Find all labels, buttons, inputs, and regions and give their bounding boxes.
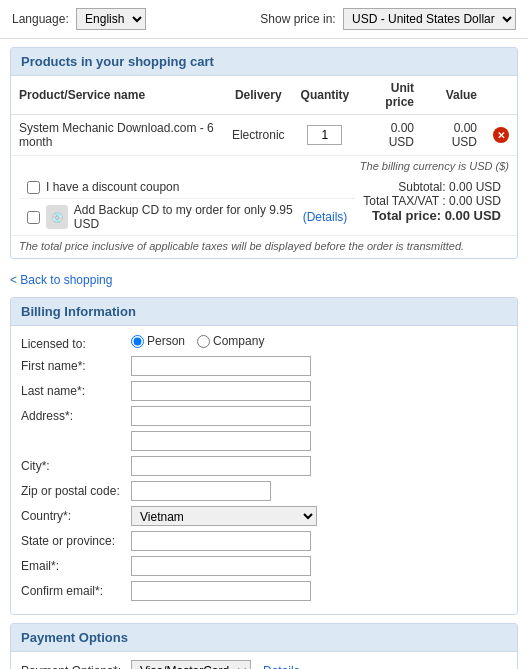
payment-options-label: Payment Options*: [21,664,131,669]
state-field [131,531,507,551]
billing-section-title: Billing Information [11,298,517,326]
city-input[interactable] [131,456,311,476]
language-selector-area: Language: English [12,8,146,30]
item-delivery: Electronic [224,115,293,156]
cart-options: I have a discount coupon 💿 Add Backup CD… [19,176,355,235]
billing-note: The billing currency is USD ($) [11,156,517,176]
price-label: Show price in: [260,12,335,26]
col-quantity: Quantity [293,76,358,115]
zip-row: Zip or postal code: [21,481,507,501]
back-to-shopping-link[interactable]: < Back to shopping [10,273,112,287]
address-row: Address*: [21,406,507,426]
backup-cd-icon: 💿 [46,205,68,229]
total-row: Total price: 0.00 USD [363,208,501,223]
state-label: State or province: [21,531,131,548]
cart-section: Products in your shopping cart Product/S… [10,47,518,259]
price-selector-area: Show price in: USD - United States Dolla… [260,8,516,30]
item-remove-cell: ✕ [485,115,517,156]
backup-label: Add Backup CD to my order for only 9.95 … [74,203,299,231]
confirm-email-row: Confirm email*: [21,581,507,601]
tax-note: The total price inclusive of applicable … [11,235,517,258]
language-select[interactable]: English [76,8,146,30]
state-input[interactable] [131,531,311,551]
email-label: Email*: [21,556,131,573]
language-label: Language: [12,12,69,26]
price-select[interactable]: USD - United States Dollar [343,8,516,30]
city-field [131,456,507,476]
last-name-row: Last name*: [21,381,507,401]
total-value: 0.00 USD [445,208,501,223]
tax-label: Total TAX/VAT : [363,194,445,208]
last-name-label: Last name*: [21,381,131,398]
zip-label: Zip or postal code: [21,481,131,498]
payment-options-row: Payment Options*: Visa/MasterCard Detail… [21,660,507,669]
confirm-email-field [131,581,507,601]
confirm-email-input[interactable] [131,581,311,601]
confirm-email-label: Confirm email*: [21,581,131,598]
person-label: Person [147,334,185,348]
zip-input[interactable] [131,481,271,501]
city-row: City*: [21,456,507,476]
payment-section-title: Payment Options [11,624,517,652]
cart-table: Product/Service name Delivery Quantity U… [11,76,517,156]
city-label: City*: [21,456,131,473]
person-option[interactable]: Person [131,334,185,348]
discount-checkbox[interactable] [27,181,40,194]
licensed-options: Person Company [131,334,507,348]
country-select[interactable]: Vietnam [131,506,317,526]
address-label-2 [21,431,131,434]
col-value: Value [422,76,485,115]
top-bar: Language: English Show price in: USD - U… [0,0,528,39]
payment-details-link[interactable]: Details [263,664,300,669]
licensed-label: Licensed to: [21,334,131,351]
first-name-field [131,356,507,376]
company-label: Company [213,334,264,348]
quantity-input[interactable] [307,125,342,145]
backup-checkbox[interactable] [27,211,40,224]
remove-item-button[interactable]: ✕ [493,127,509,143]
discount-label: I have a discount coupon [46,180,179,194]
tax-value: 0.00 USD [449,194,501,208]
email-input[interactable] [131,556,311,576]
col-delivery: Delivery [224,76,293,115]
item-unit-price: 0.00 USD [357,115,422,156]
address-input-1[interactable] [131,406,311,426]
back-link-area: < Back to shopping [0,267,528,293]
state-row: State or province: [21,531,507,551]
total-label: Total price: [372,208,441,223]
first-name-row: First name*: [21,356,507,376]
cart-section-title: Products in your shopping cart [11,48,517,76]
item-quantity-cell [293,115,358,156]
email-field [131,556,507,576]
payment-method-select[interactable]: Visa/MasterCard [131,660,251,669]
subtotal-row: Subtotal: 0.00 USD [363,180,501,194]
licensed-to-row: Licensed to: Person Company [21,334,507,351]
company-radio[interactable] [197,335,210,348]
backup-details-link[interactable]: (Details) [303,210,348,224]
address-field [131,406,507,426]
subtotal-label: Subtotal: [398,180,445,194]
discount-row: I have a discount coupon [19,176,355,198]
item-value: 0.00 USD [422,115,485,156]
billing-body: Licensed to: Person Company First name*: [11,326,517,614]
billing-section: Billing Information Licensed to: Person … [10,297,518,615]
email-row: Email*: [21,556,507,576]
first-name-input[interactable] [131,356,311,376]
address-field-2 [131,431,507,451]
payment-body: Payment Options*: Visa/MasterCard Detail… [11,652,517,669]
address-input-2[interactable] [131,431,311,451]
address-row-2 [21,431,507,451]
table-row: System Mechanic Download.com - 6 month E… [11,115,517,156]
country-label: Country*: [21,506,131,523]
person-radio[interactable] [131,335,144,348]
company-option[interactable]: Company [197,334,264,348]
col-product: Product/Service name [11,76,224,115]
subtotal-value: 0.00 USD [449,180,501,194]
backup-row: 💿 Add Backup CD to my order for only 9.9… [19,198,355,235]
country-field: Vietnam [131,506,507,526]
tax-row: Total TAX/VAT : 0.00 USD [363,194,501,208]
item-name: System Mechanic Download.com - 6 month [11,115,224,156]
country-row: Country*: Vietnam [21,506,507,526]
zip-field [131,481,507,501]
last-name-input[interactable] [131,381,311,401]
